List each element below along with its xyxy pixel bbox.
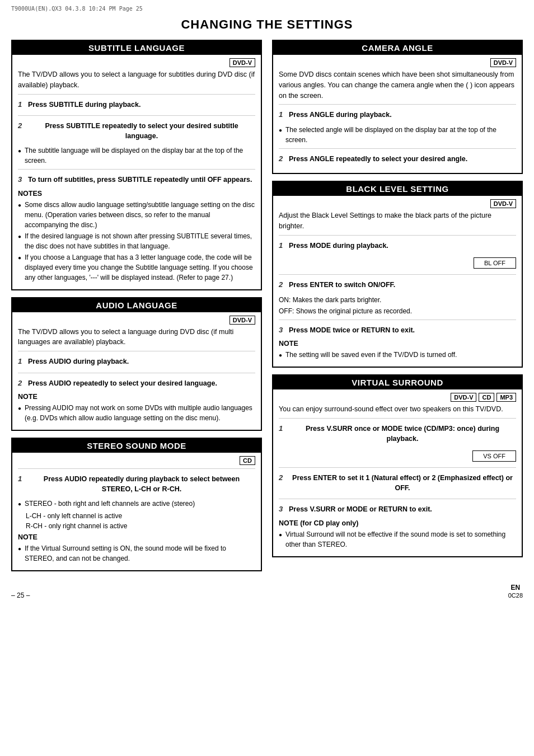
black-on-text: ON: Makes the dark parts brighter.: [279, 295, 516, 305]
subtitle-note-2: If the desired language is not shown aft…: [18, 231, 255, 251]
black-off-text: OFF: Shows the original picture as recor…: [279, 306, 516, 316]
subtitle-step-2: 2 Press SUBTITLE repeatedly to select yo…: [18, 119, 255, 143]
stereo-cd-badge: CD: [240, 456, 255, 465]
virtual-surround-title: VIRTUAL SURROUND: [273, 375, 522, 389]
subtitle-language-title: SUBTITLE LANGUAGE: [12, 41, 261, 55]
camera-dvd-badge: DVD-V: [490, 58, 516, 67]
black-note-1: The setting will be saved even if the TV…: [279, 350, 516, 360]
left-column: SUBTITLE LANGUAGE DVD-V The TV/DVD allow…: [11, 40, 262, 578]
vs-step-3: 3 Press V.SURR or MODE or RETURN to exit…: [279, 503, 516, 517]
black-step-1: 1 Press MODE during playback.: [279, 239, 516, 253]
stereo-sound-title: STEREO SOUND MODE: [12, 439, 261, 453]
page-header: T9000UA(EN).QX3 04.3.8 10:24 PM Page 25: [11, 6, 523, 12]
vs-note-label: NOTE (for CD play only): [279, 519, 516, 527]
footer-code: 0C28: [508, 592, 523, 599]
black-dvd-badge: DVD-V: [490, 199, 516, 208]
stereo-rch: R-CH - only right channel is active: [18, 521, 255, 531]
camera-angle-section: CAMERA ANGLE DVD-V Some DVD discs contai…: [272, 40, 523, 174]
vs-mp3-badge: MP3: [496, 393, 516, 402]
audio-intro: The TV/DVD allows you to select a langua…: [18, 327, 255, 348]
subtitle-notes-label: NOTES: [18, 190, 255, 198]
audio-step-1: 1 Press AUDIO during playback.: [18, 355, 255, 369]
subtitle-notes: Some discs allow audio language setting/…: [18, 200, 255, 283]
subtitle-step-1: 1 Press SUBTITLE during playback.: [18, 98, 255, 112]
subtitle-intro: The TV/DVD allows you to select a langua…: [18, 69, 255, 91]
audio-notes: Pressing AUDIO may not work on some DVDs…: [18, 403, 255, 423]
vs-display-box: VS OFF: [472, 450, 516, 462]
black-step-3: 3 Press MODE twice or RETURN to exit.: [279, 323, 516, 338]
stereo-sound-section: STEREO SOUND MODE CD 1 Press AUDIO repea…: [11, 438, 262, 571]
stereo-note-label: NOTE: [18, 533, 255, 541]
camera-bullet-1: The selected angle will be displayed on …: [279, 125, 516, 145]
audio-note-1: Pressing AUDIO may not work on some DVDs…: [18, 403, 255, 423]
black-display-box: BL OFF: [474, 257, 516, 269]
right-column: CAMERA ANGLE DVD-V Some DVD discs contai…: [272, 40, 523, 578]
virtual-surround-section: VIRTUAL SURROUND DVD-V CD MP3 You can en…: [272, 374, 523, 557]
stereo-lch: L-CH - only left channel is active: [18, 511, 255, 521]
audio-language-section: AUDIO LANGUAGE DVD-V The TV/DVD allows y…: [11, 297, 262, 431]
vs-notes: Virtual Surround will not be effective i…: [279, 529, 516, 550]
vs-note-1: Virtual Surround will not be effective i…: [279, 529, 516, 550]
page-footer: – 25 – EN 0C28: [11, 584, 523, 599]
camera-bullets: The selected angle will be displayed on …: [279, 125, 516, 145]
stereo-step-1: 1 Press AUDIO repeatedly during playback…: [18, 472, 255, 496]
footer-lang: EN: [511, 584, 521, 591]
subtitle-bullets-1: The subtitle language will be displayed …: [18, 145, 255, 166]
main-title: CHANGING THE SETTINGS: [11, 17, 523, 32]
black-level-title: BLACK LEVEL SETTING: [273, 182, 522, 196]
subtitle-note-1: Some discs allow audio language setting/…: [18, 200, 255, 230]
vs-step-1: 1 Press V.SURR once or MODE twice (CD/MP…: [279, 422, 516, 446]
camera-angle-title: CAMERA ANGLE: [273, 41, 522, 55]
camera-intro: Some DVD discs contain scenes which have…: [279, 69, 516, 101]
dvd-v-badge: DVD-V: [229, 58, 255, 67]
black-step-2: 2 Press ENTER to switch ON/OFF.: [279, 278, 516, 293]
stereo-bullet-1: STEREO - both right and left channels ar…: [18, 499, 255, 509]
audio-step-2: 2 Press AUDIO repeatedly to select your …: [18, 377, 255, 391]
vs-intro: You can enjoy surround-sound effect over…: [279, 404, 516, 415]
black-level-section: BLACK LEVEL SETTING DVD-V Adjust the Bla…: [272, 181, 523, 368]
audio-note-label: NOTE: [18, 393, 255, 401]
black-notes: The setting will be saved even if the TV…: [279, 350, 516, 360]
stereo-bullets: STEREO - both right and left channels ar…: [18, 499, 255, 509]
camera-step-1: 1 Press ANGLE during playback.: [279, 108, 516, 123]
vs-step-2: 2 Press ENTER to set it 1 (Natural effec…: [279, 471, 516, 495]
audio-language-title: AUDIO LANGUAGE: [12, 298, 261, 312]
subtitle-language-section: SUBTITLE LANGUAGE DVD-V The TV/DVD allow…: [11, 40, 262, 290]
subtitle-bullet-1: The subtitle language will be displayed …: [18, 145, 255, 166]
black-note-label: NOTE: [279, 340, 516, 348]
vs-dvdv-badge: DVD-V: [451, 393, 476, 402]
subtitle-step-3: 3 To turn off subtitles, press SUBTITLE …: [18, 173, 255, 187]
vs-cd-badge: CD: [479, 393, 494, 402]
stereo-notes: If the Virtual Surround setting is ON, t…: [18, 543, 255, 564]
stereo-note-1: If the Virtual Surround setting is ON, t…: [18, 543, 255, 564]
subtitle-note-3: If you choose a Language that has a 3 le…: [18, 252, 255, 283]
black-intro: Adjust the Black Level Settings to make …: [279, 210, 516, 232]
audio-dvd-badge: DVD-V: [229, 316, 255, 325]
camera-step-2: 2 Press ANGLE repeatedly to select your …: [279, 152, 516, 167]
footer-page-num: – 25 –: [11, 591, 30, 599]
